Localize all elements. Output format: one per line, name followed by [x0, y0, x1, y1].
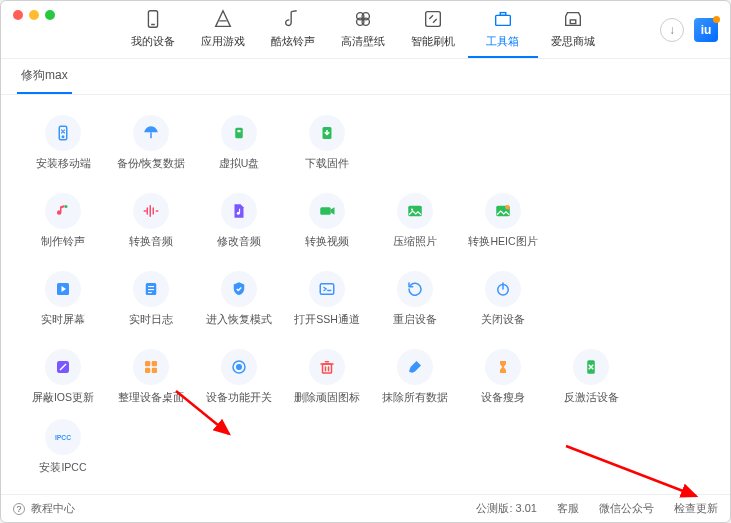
tool-file-audio[interactable]: 修改音频: [207, 193, 271, 249]
download-fw-icon: [309, 115, 345, 151]
tool-label: 反激活设备: [564, 391, 619, 405]
tool-trash[interactable]: 删除顽固图标: [295, 349, 359, 405]
svg-rect-15: [238, 130, 241, 132]
tool-section-1: 制作铃声转换音频修改音频转换视频压缩照片转换HEIC图片: [31, 193, 700, 249]
waveform-icon: [133, 193, 169, 229]
shield-icon: [221, 271, 257, 307]
svg-rect-8: [495, 15, 510, 25]
tabbar: 修狗max: [1, 59, 730, 95]
tool-waveform[interactable]: 转换音频: [119, 193, 183, 249]
tool-restart[interactable]: 重启设备: [383, 271, 447, 327]
svg-point-17: [65, 205, 68, 208]
annotation-arrow-1: [171, 386, 241, 446]
maximize-button[interactable]: [45, 10, 55, 20]
tool-ssh[interactable]: 打开SSH通道: [295, 271, 359, 327]
nav-label: 工具箱: [486, 34, 519, 49]
tool-label: 虚拟U盘: [219, 157, 260, 171]
tool-music-note[interactable]: 制作铃声: [31, 193, 95, 249]
nav-item-1[interactable]: 应用游戏: [188, 2, 258, 58]
svg-rect-20: [320, 207, 331, 215]
tool-deactivate[interactable]: 反激活设备: [559, 349, 623, 405]
tool-label: 压缩照片: [393, 235, 437, 249]
tool-label: 转换视频: [305, 235, 349, 249]
main-nav: 我的设备应用游戏酷炫铃声高清壁纸智能刷机工具箱爱思商城: [75, 2, 650, 58]
titlebar: 我的设备应用游戏酷炫铃声高清壁纸智能刷机工具箱爱思商城 ↓ iu: [1, 1, 730, 59]
close-button[interactable]: [13, 10, 23, 20]
log-icon: [133, 271, 169, 307]
tool-label: 下载固件: [305, 157, 349, 171]
svg-rect-29: [148, 286, 154, 287]
tool-label: 安装移动端: [36, 157, 91, 171]
tool-video[interactable]: 转换视频: [295, 193, 359, 249]
tool-label: 修改音频: [217, 235, 261, 249]
nav-item-5[interactable]: 工具箱: [468, 2, 538, 58]
tool-shield[interactable]: 进入恢复模式: [207, 271, 271, 327]
ssh-icon: [309, 271, 345, 307]
tool-label: 关闭设备: [481, 313, 525, 327]
tool-label: 实时屏幕: [41, 313, 85, 327]
ipcc-text-icon: IPCC: [45, 419, 81, 455]
tool-label: 设备瘦身: [481, 391, 525, 405]
tool-download-fw[interactable]: 下载固件: [295, 115, 359, 171]
svg-rect-22: [408, 206, 422, 217]
tutorial-link[interactable]: 教程中心: [31, 501, 75, 516]
svg-point-6: [362, 18, 369, 25]
svg-rect-7: [425, 12, 440, 27]
svg-rect-9: [500, 13, 506, 16]
nav-label: 应用游戏: [201, 34, 245, 49]
svg-line-57: [566, 446, 696, 496]
brush-icon: [397, 349, 433, 385]
svg-line-55: [176, 391, 229, 434]
tool-power[interactable]: 关闭设备: [471, 271, 535, 327]
restart-icon: [397, 271, 433, 307]
tool-log[interactable]: 实时日志: [119, 271, 183, 327]
download-icon[interactable]: ↓: [660, 18, 684, 42]
tool-block[interactable]: 屏蔽IOS更新: [31, 349, 95, 405]
help-icon[interactable]: ?: [13, 503, 25, 515]
annotation-arrow-2: [561, 441, 711, 511]
tool-ipcc-text[interactable]: IPCC安装IPCC: [31, 419, 95, 475]
app-logo[interactable]: iu: [694, 18, 718, 42]
svg-text:IPCC: IPCC: [55, 434, 71, 441]
nav-item-4[interactable]: 智能刷机: [398, 2, 468, 58]
nav-label: 酷炫铃声: [271, 34, 315, 49]
window-controls: [13, 10, 55, 20]
block-icon: [45, 349, 81, 385]
image-heic-icon: [485, 193, 521, 229]
nav-label: 我的设备: [131, 34, 175, 49]
tool-umbrella[interactable]: 备份/恢复数据: [119, 115, 183, 171]
music-note-icon: [45, 193, 81, 229]
toggle-icon: [221, 349, 257, 385]
minimize-button[interactable]: [29, 10, 39, 20]
tool-brush[interactable]: 抹除所有数据: [383, 349, 447, 405]
nav-item-2[interactable]: 酷炫铃声: [258, 2, 328, 58]
device-tab[interactable]: 修狗max: [17, 59, 72, 94]
tool-label: 转换HEIC图片: [468, 235, 537, 249]
tool-label: 进入恢复模式: [206, 313, 272, 327]
svg-rect-30: [148, 289, 154, 290]
image-icon: [397, 193, 433, 229]
svg-rect-14: [235, 128, 243, 139]
nav-right: ↓ iu: [660, 18, 718, 42]
trash-icon: [309, 349, 345, 385]
tool-section-0: 安装移动端备份/恢复数据虚拟U盘下载固件: [31, 115, 700, 171]
tool-udisk[interactable]: 虚拟U盘: [207, 115, 271, 171]
tool-screen[interactable]: 实时屏幕: [31, 271, 95, 327]
power-icon: [485, 271, 521, 307]
tool-label: 抹除所有数据: [382, 391, 448, 405]
tool-image-heic[interactable]: 转换HEIC图片: [471, 193, 535, 249]
svg-point-25: [505, 205, 510, 210]
tool-label: 删除顽固图标: [294, 391, 360, 405]
nav-item-6[interactable]: 爱思商城: [538, 2, 608, 58]
tool-phone-install[interactable]: 安装移动端: [31, 115, 95, 171]
svg-rect-39: [152, 368, 157, 373]
nav-item-0[interactable]: 我的设备: [118, 2, 188, 58]
nav-item-3[interactable]: 高清壁纸: [328, 2, 398, 58]
tool-slim[interactable]: 设备瘦身: [471, 349, 535, 405]
svg-point-41: [237, 365, 242, 370]
tool-image[interactable]: 压缩照片: [383, 193, 447, 249]
phone-install-icon: [45, 115, 81, 151]
nav-label: 智能刷机: [411, 34, 455, 49]
nav-label: 高清壁纸: [341, 34, 385, 49]
tool-section-2: 实时屏幕实时日志进入恢复模式打开SSH通道重启设备关闭设备: [31, 271, 700, 327]
